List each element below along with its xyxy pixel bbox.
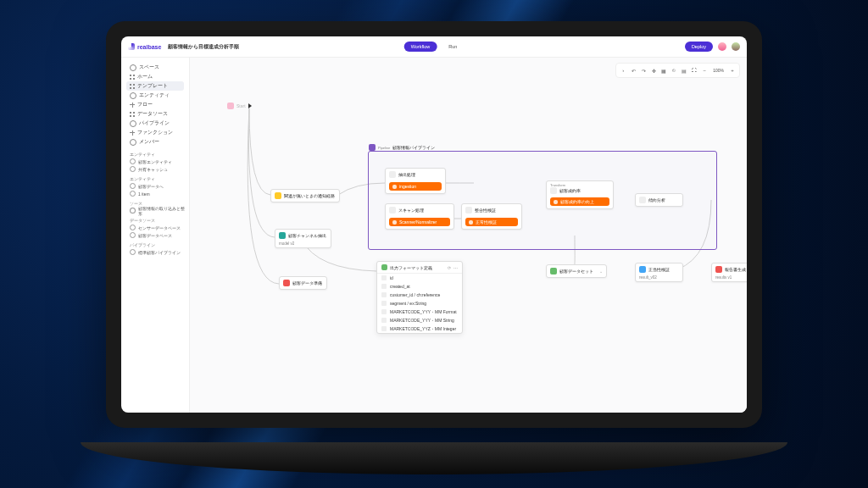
layers-icon	[130, 84, 135, 89]
chevron-down-icon[interactable]: ⌄	[599, 269, 603, 274]
refresh-icon[interactable]: ⟳	[448, 265, 451, 270]
radio-icon	[130, 249, 136, 255]
canvas[interactable]: › ↶ ↷ ✥ ▦ ⎋ ▤ ⛶ − 100% +	[190, 58, 747, 413]
field-icon	[381, 318, 387, 323]
node-trend[interactable]: 傾向分析	[635, 193, 683, 207]
sidebar-item-label: 顧客エンティティ	[138, 159, 172, 164]
node-monitor[interactable]: 正当性検証 result_v02	[635, 263, 683, 282]
breadcrumb[interactable]: 顧客情報から目標達成分析手順	[168, 43, 239, 51]
sidebar-item-entity[interactable]: エンティティ	[126, 91, 184, 100]
sidebar-subitem[interactable]: 顧客データベース	[121, 231, 189, 239]
detail-panel: 出力フォーマット定義 ⟳ ⋯ id created_at customer_id…	[376, 261, 463, 334]
field-icon	[381, 309, 387, 314]
panel-row[interactable]: segment / ex:String	[377, 299, 462, 308]
sidebar-subitem[interactable]: 共有キャッシュ	[121, 165, 189, 173]
sidebar-item-label: パイプライン	[139, 119, 170, 127]
node-ingest[interactable]: 抽出処理 ingestion	[385, 168, 446, 194]
pan-icon[interactable]: ✥	[650, 67, 657, 74]
radio-icon	[130, 208, 136, 214]
sidebar-item-flow[interactable]: フロー	[126, 100, 184, 109]
sidebar-subitem[interactable]: 顧客情報の取り込みと整形	[121, 207, 189, 214]
sidebar-item-member[interactable]: メンバー	[126, 137, 184, 147]
tab-run[interactable]: Run	[442, 42, 464, 52]
more-icon[interactable]: ⋯	[453, 265, 458, 270]
redo-icon[interactable]: ↷	[640, 67, 647, 74]
node-transform[interactable]: Transform 顧客成約率 顧客成約率の向上	[546, 180, 614, 209]
zoom-in-icon[interactable]: +	[729, 67, 736, 74]
avatar[interactable]	[732, 42, 740, 51]
sidebar-subitem[interactable]: センサーデータベース	[121, 224, 189, 231]
node-check[interactable]: 整合性検証 正常性検証	[461, 203, 522, 230]
top-bar: realbase 顧客情報から目標達成分析手順 Workflow Run Dep…	[121, 36, 747, 58]
node-scan[interactable]: スキャン処理 Scanner/Normalizer	[385, 203, 454, 230]
panel-row[interactable]: created_at	[377, 282, 462, 291]
node-title: 顧客チャンネル抽出	[288, 233, 326, 238]
sidebar-item-label: 顧客データベース	[138, 233, 172, 238]
brand-name: realbase	[137, 44, 161, 50]
group-icon[interactable]: ▦	[660, 67, 667, 74]
sidebar-item-pipeline[interactable]: パイプライン	[126, 119, 184, 128]
radio-icon	[130, 191, 136, 197]
spark-icon	[469, 220, 473, 225]
node-start[interactable]: Start	[224, 100, 270, 112]
tab-workflow[interactable]: Workflow	[404, 42, 437, 52]
step-icon	[639, 197, 646, 203]
sidebar-item-search[interactable]: スペース	[126, 63, 184, 72]
spark-icon	[392, 185, 397, 189]
node-dataset[interactable]: 顧客データセット⌄	[546, 264, 607, 278]
sidebar-item-label: 標準顧客パイプライン	[138, 250, 181, 255]
job-chip[interactable]: ingestion	[389, 182, 442, 191]
deploy-button[interactable]: Deploy	[685, 42, 713, 52]
undo-icon[interactable]: ↶	[630, 67, 637, 74]
pipeline-icon	[369, 144, 376, 151]
node-result[interactable]: 報告書生成 results v1	[711, 263, 747, 282]
search-icon	[130, 64, 136, 71]
panel-row[interactable]: customer_id / ch:reference	[377, 291, 462, 299]
spark-icon	[554, 200, 558, 204]
laptop-base	[81, 442, 787, 474]
sidebar-item-label: データソース	[137, 110, 168, 118]
step-icon	[389, 171, 396, 178]
job-chip[interactable]: 正常性検証	[465, 218, 518, 226]
avatar[interactable]	[718, 42, 726, 51]
sidebar-item-home[interactable]: ホーム	[126, 72, 184, 81]
route-icon	[130, 120, 136, 127]
zoom-level: 100%	[711, 68, 726, 73]
field-icon	[381, 275, 387, 280]
entity-icon	[279, 232, 286, 239]
radio-icon	[130, 225, 136, 230]
grid-icon[interactable]: ▤	[681, 67, 687, 74]
fullscreen-icon[interactable]: ⛶	[691, 67, 698, 74]
field-icon	[381, 284, 387, 289]
panel-row[interactable]: MARKETCODE_YYY・MM Format	[377, 308, 462, 316]
sidebar-subitem[interactable]: 標準顧客パイプライン	[121, 248, 189, 256]
node-channel[interactable]: 顧客チャンネル抽出 model v2	[275, 229, 331, 248]
cube-icon	[130, 92, 136, 99]
link-icon[interactable]: ⎋	[670, 67, 677, 74]
field-icon	[381, 292, 387, 297]
job-chip[interactable]: Scanner/Normalizer	[389, 218, 450, 226]
node-title: 顧客データ準備	[292, 280, 322, 286]
panel-row[interactable]: id	[377, 274, 462, 282]
sidebar-item-label: フロー	[137, 101, 153, 108]
sidebar-subitem[interactable]: 1 item	[121, 190, 189, 197]
play-icon[interactable]	[248, 103, 252, 108]
brand-icon	[128, 43, 135, 50]
zoom-out-icon[interactable]: −	[701, 67, 708, 74]
brand[interactable]: realbase	[128, 43, 161, 50]
sidebar-subitem[interactable]: 顧客データへ	[121, 182, 189, 190]
field-icon	[381, 326, 387, 331]
sidebar-item-function[interactable]: ファンクション	[126, 128, 184, 137]
sidebar-subitem[interactable]: 顧客エンティティ	[121, 158, 189, 165]
sidebar-group-title: エンティティ	[121, 148, 189, 158]
pointer-icon[interactable]: ›	[620, 67, 626, 74]
sidebar-item-label: 1 item	[138, 191, 150, 197]
node-linked[interactable]: 関連が無いときの通知経路	[270, 189, 340, 202]
panel-row[interactable]: MARKETCODE_YYY・MM String	[377, 316, 462, 324]
sidebar-item-datasource[interactable]: データソース	[126, 109, 184, 119]
sidebar-item-templates[interactable]: テンプレート	[126, 81, 184, 91]
radio-icon	[130, 183, 136, 189]
node-prepare[interactable]: 顧客データ準備	[279, 276, 327, 290]
job-chip[interactable]: 顧客成約率の向上	[550, 197, 609, 206]
panel-row[interactable]: MARKETCODE_YYZ・MM Integer	[377, 324, 462, 333]
